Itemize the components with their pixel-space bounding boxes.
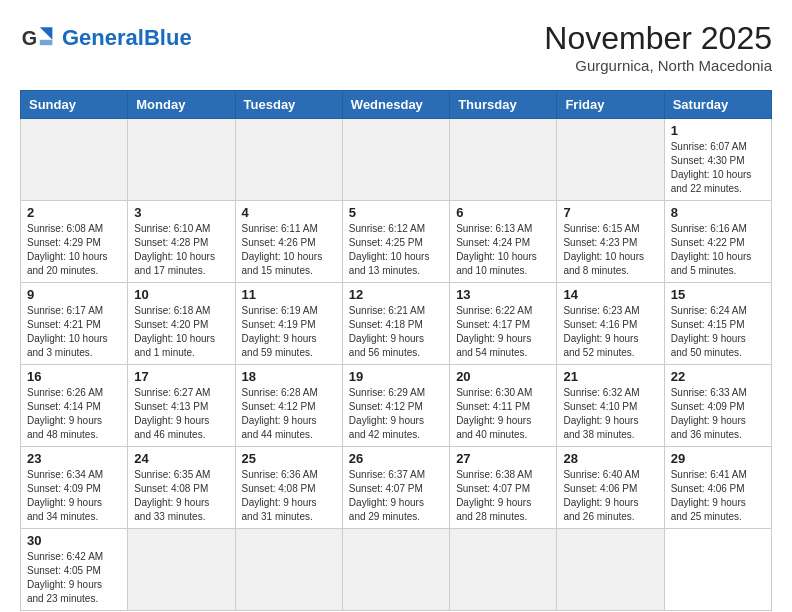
empty-cell [450, 529, 557, 611]
day-info: Sunrise: 6:24 AMSunset: 4:15 PMDaylight:… [671, 304, 765, 360]
empty-cell [21, 119, 128, 201]
day-number: 9 [27, 287, 121, 302]
day-info: Sunrise: 6:16 AMSunset: 4:22 PMDaylight:… [671, 222, 765, 278]
empty-cell [342, 529, 449, 611]
day-number: 12 [349, 287, 443, 302]
day-info: Sunrise: 6:19 AMSunset: 4:19 PMDaylight:… [242, 304, 336, 360]
calendar-row: 2 Sunrise: 6:08 AMSunset: 4:29 PMDayligh… [21, 201, 772, 283]
day-number: 29 [671, 451, 765, 466]
svg-marker-1 [40, 27, 53, 40]
day-cell: 21 Sunrise: 6:32 AMSunset: 4:10 PMDaylig… [557, 365, 664, 447]
day-info: Sunrise: 6:35 AMSunset: 4:08 PMDaylight:… [134, 468, 228, 524]
day-info: Sunrise: 6:08 AMSunset: 4:29 PMDaylight:… [27, 222, 121, 278]
calendar-row: 16 Sunrise: 6:26 AMSunset: 4:14 PMDaylig… [21, 365, 772, 447]
day-number: 20 [456, 369, 550, 384]
day-cell: 23 Sunrise: 6:34 AMSunset: 4:09 PMDaylig… [21, 447, 128, 529]
logo-general: General [62, 25, 144, 50]
day-info: Sunrise: 6:23 AMSunset: 4:16 PMDaylight:… [563, 304, 657, 360]
day-cell: 29 Sunrise: 6:41 AMSunset: 4:06 PMDaylig… [664, 447, 771, 529]
day-number: 26 [349, 451, 443, 466]
day-cell: 27 Sunrise: 6:38 AMSunset: 4:07 PMDaylig… [450, 447, 557, 529]
day-cell: 24 Sunrise: 6:35 AMSunset: 4:08 PMDaylig… [128, 447, 235, 529]
day-number: 3 [134, 205, 228, 220]
day-info: Sunrise: 6:22 AMSunset: 4:17 PMDaylight:… [456, 304, 550, 360]
svg-marker-2 [40, 40, 53, 45]
day-info: Sunrise: 6:26 AMSunset: 4:14 PMDaylight:… [27, 386, 121, 442]
col-thursday: Thursday [450, 91, 557, 119]
logo-icon: G [20, 20, 56, 56]
day-cell: 16 Sunrise: 6:26 AMSunset: 4:14 PMDaylig… [21, 365, 128, 447]
day-cell: 28 Sunrise: 6:40 AMSunset: 4:06 PMDaylig… [557, 447, 664, 529]
logo: G GeneralBlue [20, 20, 192, 56]
col-wednesday: Wednesday [342, 91, 449, 119]
day-cell: 3 Sunrise: 6:10 AMSunset: 4:28 PMDayligh… [128, 201, 235, 283]
day-cell: 18 Sunrise: 6:28 AMSunset: 4:12 PMDaylig… [235, 365, 342, 447]
day-info: Sunrise: 6:36 AMSunset: 4:08 PMDaylight:… [242, 468, 336, 524]
day-cell: 19 Sunrise: 6:29 AMSunset: 4:12 PMDaylig… [342, 365, 449, 447]
day-number: 23 [27, 451, 121, 466]
day-number: 15 [671, 287, 765, 302]
day-info: Sunrise: 6:11 AMSunset: 4:26 PMDaylight:… [242, 222, 336, 278]
calendar-row: 30 Sunrise: 6:42 AMSunset: 4:05 PMDaylig… [21, 529, 772, 611]
day-info: Sunrise: 6:33 AMSunset: 4:09 PMDaylight:… [671, 386, 765, 442]
month-title: November 2025 [544, 20, 772, 57]
calendar-table: Sunday Monday Tuesday Wednesday Thursday… [20, 90, 772, 611]
day-info: Sunrise: 6:27 AMSunset: 4:13 PMDaylight:… [134, 386, 228, 442]
logo-text: GeneralBlue [62, 26, 192, 50]
calendar-row: 1 Sunrise: 6:07 AMSunset: 4:30 PMDayligh… [21, 119, 772, 201]
day-number: 10 [134, 287, 228, 302]
day-number: 7 [563, 205, 657, 220]
day-info: Sunrise: 6:30 AMSunset: 4:11 PMDaylight:… [456, 386, 550, 442]
page-header: G GeneralBlue November 2025 Gurgurnica, … [20, 20, 772, 74]
col-sunday: Sunday [21, 91, 128, 119]
day-number: 16 [27, 369, 121, 384]
day-cell: 20 Sunrise: 6:30 AMSunset: 4:11 PMDaylig… [450, 365, 557, 447]
day-number: 24 [134, 451, 228, 466]
day-info: Sunrise: 6:15 AMSunset: 4:23 PMDaylight:… [563, 222, 657, 278]
day-cell: 9 Sunrise: 6:17 AMSunset: 4:21 PMDayligh… [21, 283, 128, 365]
logo-blue: Blue [144, 25, 192, 50]
day-number: 30 [27, 533, 121, 548]
day-info: Sunrise: 6:21 AMSunset: 4:18 PMDaylight:… [349, 304, 443, 360]
day-cell: 1 Sunrise: 6:07 AMSunset: 4:30 PMDayligh… [664, 119, 771, 201]
day-info: Sunrise: 6:12 AMSunset: 4:25 PMDaylight:… [349, 222, 443, 278]
day-number: 4 [242, 205, 336, 220]
day-info: Sunrise: 6:29 AMSunset: 4:12 PMDaylight:… [349, 386, 443, 442]
calendar-row: 23 Sunrise: 6:34 AMSunset: 4:09 PMDaylig… [21, 447, 772, 529]
empty-cell [557, 529, 664, 611]
day-number: 21 [563, 369, 657, 384]
day-cell: 11 Sunrise: 6:19 AMSunset: 4:19 PMDaylig… [235, 283, 342, 365]
col-saturday: Saturday [664, 91, 771, 119]
day-number: 18 [242, 369, 336, 384]
day-info: Sunrise: 6:07 AMSunset: 4:30 PMDaylight:… [671, 140, 765, 196]
day-number: 2 [27, 205, 121, 220]
calendar-row: 9 Sunrise: 6:17 AMSunset: 4:21 PMDayligh… [21, 283, 772, 365]
day-info: Sunrise: 6:41 AMSunset: 4:06 PMDaylight:… [671, 468, 765, 524]
empty-cell [128, 119, 235, 201]
col-monday: Monday [128, 91, 235, 119]
day-cell: 13 Sunrise: 6:22 AMSunset: 4:17 PMDaylig… [450, 283, 557, 365]
empty-cell [557, 119, 664, 201]
day-cell: 25 Sunrise: 6:36 AMSunset: 4:08 PMDaylig… [235, 447, 342, 529]
day-number: 28 [563, 451, 657, 466]
day-number: 13 [456, 287, 550, 302]
day-number: 14 [563, 287, 657, 302]
day-cell: 7 Sunrise: 6:15 AMSunset: 4:23 PMDayligh… [557, 201, 664, 283]
day-cell: 26 Sunrise: 6:37 AMSunset: 4:07 PMDaylig… [342, 447, 449, 529]
empty-cell [235, 529, 342, 611]
empty-cell [342, 119, 449, 201]
empty-cell [235, 119, 342, 201]
col-tuesday: Tuesday [235, 91, 342, 119]
day-info: Sunrise: 6:37 AMSunset: 4:07 PMDaylight:… [349, 468, 443, 524]
location-title: Gurgurnica, North Macedonia [544, 57, 772, 74]
day-number: 25 [242, 451, 336, 466]
day-cell: 2 Sunrise: 6:08 AMSunset: 4:29 PMDayligh… [21, 201, 128, 283]
day-info: Sunrise: 6:40 AMSunset: 4:06 PMDaylight:… [563, 468, 657, 524]
empty-cell [450, 119, 557, 201]
day-number: 11 [242, 287, 336, 302]
day-cell: 10 Sunrise: 6:18 AMSunset: 4:20 PMDaylig… [128, 283, 235, 365]
day-cell: 12 Sunrise: 6:21 AMSunset: 4:18 PMDaylig… [342, 283, 449, 365]
calendar-header-row: Sunday Monday Tuesday Wednesday Thursday… [21, 91, 772, 119]
day-info: Sunrise: 6:38 AMSunset: 4:07 PMDaylight:… [456, 468, 550, 524]
day-cell: 14 Sunrise: 6:23 AMSunset: 4:16 PMDaylig… [557, 283, 664, 365]
